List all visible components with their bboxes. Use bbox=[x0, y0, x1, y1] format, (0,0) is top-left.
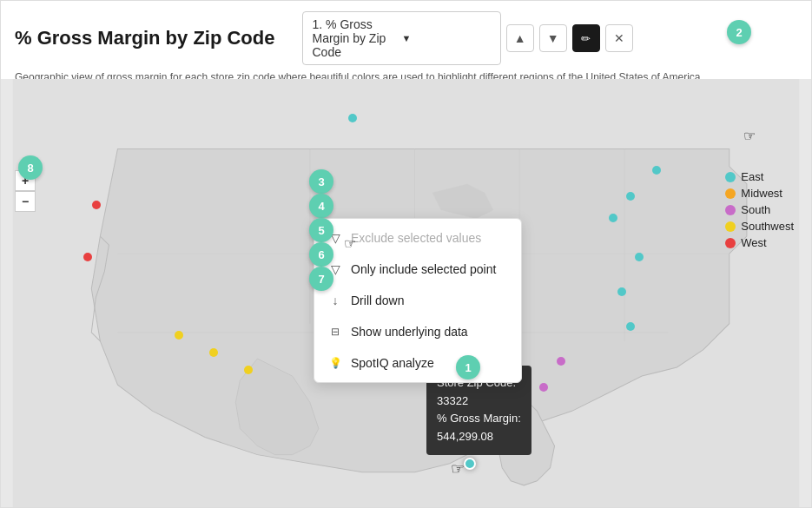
chevron-down-icon: ▼ bbox=[402, 33, 492, 43]
down-icon: ▼ bbox=[547, 31, 559, 45]
legend-item-west: West bbox=[725, 236, 794, 249]
spotiq-icon: 💡 bbox=[328, 357, 342, 369]
map-dot[interactable] bbox=[557, 357, 565, 366]
map-dot[interactable] bbox=[92, 201, 101, 209]
dropdown-bar: 1. % Gross Margin by Zip Code ▼ ▲ ▼ ✏ ✕ bbox=[302, 11, 797, 65]
map-dot[interactable] bbox=[83, 253, 92, 261]
context-menu-spotiq-label: SpotIQ analyze bbox=[351, 356, 434, 370]
page-title: % Gross Margin by Zip Code bbox=[15, 27, 274, 49]
edit-button[interactable]: ✏ bbox=[572, 24, 600, 52]
context-menu-drill-label: Drill down bbox=[351, 294, 404, 307]
map-dot[interactable] bbox=[652, 166, 661, 175]
context-menu-include[interactable]: ▽ Only include selected point bbox=[314, 254, 521, 285]
drill-icon: ↓ bbox=[328, 294, 342, 307]
zoom-out-button[interactable]: − bbox=[15, 191, 36, 212]
tooltip-margin-value: 544,299.08 bbox=[437, 430, 493, 443]
context-menu-exclude-label: Exclude selected values bbox=[351, 231, 481, 245]
map-dot[interactable] bbox=[209, 348, 218, 357]
legend-label-west: West bbox=[741, 236, 766, 249]
map-dot[interactable] bbox=[626, 322, 635, 331]
legend-label-midwest: Midwest bbox=[741, 187, 782, 200]
map-dot[interactable] bbox=[244, 366, 253, 374]
badge-7: 7 bbox=[309, 267, 333, 291]
page-container: % Gross Margin by Zip Code 1. % Gross Ma… bbox=[0, 0, 812, 508]
badge-5: 5 bbox=[309, 218, 333, 242]
legend-label-southwest: Southwest bbox=[741, 220, 794, 233]
badge-2: 2 bbox=[727, 20, 751, 44]
underlying-icon: ⊟ bbox=[328, 326, 342, 338]
legend-label-south: South bbox=[741, 203, 770, 216]
map-dot[interactable] bbox=[175, 331, 183, 340]
cursor-icon-edit: ☞ bbox=[743, 128, 756, 144]
badge-3: 3 bbox=[309, 169, 333, 194]
legend-dot-southwest bbox=[725, 221, 736, 232]
legend-item-southwest: Southwest bbox=[725, 220, 794, 233]
up-icon: ▲ bbox=[514, 31, 526, 45]
badge-4: 4 bbox=[309, 194, 333, 218]
tooltip-margin-label: % Gross Margin: bbox=[437, 412, 521, 425]
badge-1: 1 bbox=[456, 355, 480, 379]
legend-label-east: East bbox=[741, 170, 763, 183]
map-dot[interactable] bbox=[626, 192, 635, 201]
down-button[interactable]: ▼ bbox=[539, 24, 567, 52]
tooltip-line2: % Gross Margin: 544,299.08 bbox=[437, 410, 521, 446]
legend-item-south: South bbox=[725, 203, 794, 216]
tooltip-zip-value: 33322 bbox=[437, 394, 468, 407]
legend-dot-east bbox=[725, 172, 736, 182]
close-icon: ✕ bbox=[614, 31, 624, 45]
legend-item-east: East bbox=[725, 170, 794, 183]
close-button[interactable]: ✕ bbox=[605, 24, 633, 52]
context-menu-include-label: Only include selected point bbox=[351, 262, 496, 276]
map-dot[interactable] bbox=[609, 214, 617, 222]
legend-item-midwest: Midwest bbox=[725, 187, 794, 200]
cursor-icon-menu: ☞ bbox=[344, 235, 356, 252]
legend: East Midwest South Southwest West bbox=[725, 170, 794, 253]
map-dot[interactable] bbox=[539, 383, 548, 392]
legend-dot-west bbox=[725, 238, 736, 248]
map-dot[interactable] bbox=[348, 114, 357, 122]
up-button[interactable]: ▲ bbox=[506, 24, 534, 52]
context-menu-underlying-label: Show underlying data bbox=[351, 325, 468, 339]
legend-dot-midwest bbox=[725, 188, 736, 199]
map-dot[interactable] bbox=[617, 287, 626, 296]
dropdown-label: 1. % Gross Margin by Zip Code bbox=[312, 17, 401, 59]
edit-icon: ✏ bbox=[581, 32, 591, 45]
cursor-icon: ☞ bbox=[451, 459, 465, 478]
map-dot[interactable] bbox=[635, 253, 644, 261]
context-menu-underlying[interactable]: ⊟ Show underlying data bbox=[314, 316, 521, 347]
context-menu-drill[interactable]: ↓ Drill down bbox=[314, 285, 521, 316]
badge-8: 8 bbox=[18, 155, 43, 180]
selected-map-dot[interactable] bbox=[464, 458, 476, 470]
header: % Gross Margin by Zip Code 1. % Gross Ma… bbox=[1, 1, 811, 69]
context-menu-spotiq[interactable]: 💡 SpotIQ analyze bbox=[314, 347, 521, 379]
legend-dot-south bbox=[725, 205, 736, 215]
badge-6: 6 bbox=[309, 242, 333, 267]
chart-dropdown[interactable]: 1. % Gross Margin by Zip Code ▼ bbox=[302, 11, 500, 65]
map-area: + − East Midwest South Southwest bbox=[1, 79, 811, 507]
